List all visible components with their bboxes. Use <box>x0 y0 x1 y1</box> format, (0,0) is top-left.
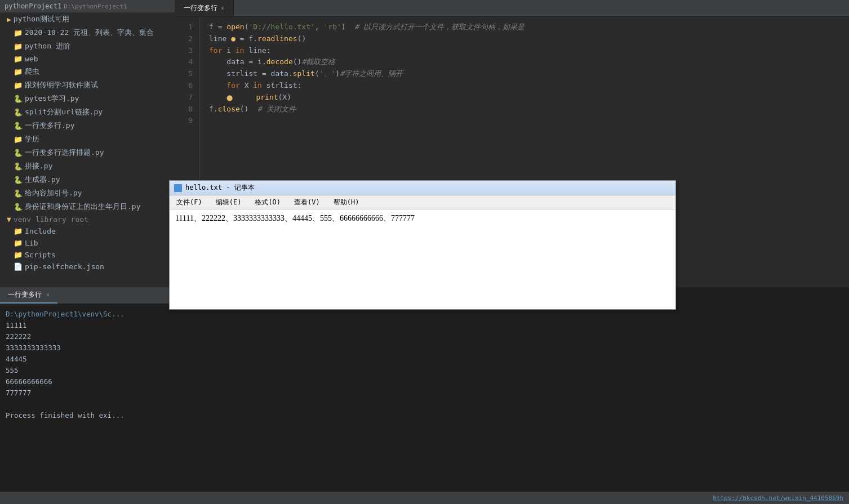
sidebar-item-python-advanced[interactable]: 📁 python 进阶 <box>0 39 175 53</box>
sidebar-item-pytest[interactable]: 🐍 pytest学习.py <box>0 92 175 105</box>
folder-icon: 📁 <box>14 135 23 144</box>
notepad-content: 11111、222222、3333333333333、44445、555、666… <box>175 214 415 222</box>
terminal-tab-close[interactable]: × <box>46 292 50 298</box>
terminal-line-2: 222222 <box>6 331 169 342</box>
notepad-body[interactable]: 11111、222222、3333333333333、44445、555、666… <box>170 210 675 309</box>
sidebar-item-label: Scripts <box>25 251 56 259</box>
folder-icon: 📁 <box>14 227 23 235</box>
notepad-menu-help[interactable]: 帮助(H) <box>331 197 362 208</box>
sidebar-item-label: Lib <box>25 239 38 247</box>
terminal-line-path: D:\pythonProject1\venv\Sc... <box>6 309 169 320</box>
notepad-window: hello.txt - 记事本 文件(F) 编辑(E) 格式(O) 查看(V) … <box>169 180 676 310</box>
folder-icon: 📁 <box>14 42 23 51</box>
notepad-menubar: 文件(F) 编辑(E) 格式(O) 查看(V) 帮助(H) <box>170 195 675 210</box>
status-right: https://bkcsdn.net/weixin_44105869h <box>713 494 843 502</box>
folder-icon: 📁 <box>14 239 23 247</box>
sidebar-item-label: 一行变多行选择排题.py <box>25 148 104 158</box>
sidebar-item-generator[interactable]: 🐍 生成器.py <box>0 173 175 186</box>
sidebar-header: pythonProject1 D:\pythonProject1 <box>0 0 175 12</box>
sidebar-item-label: 给内容加引号.py <box>25 188 82 198</box>
line-num: 8 <box>179 104 193 115</box>
line-num: 7 <box>179 92 193 104</box>
sidebar-item-label: web <box>25 55 38 63</box>
line-num: 3 <box>179 45 193 57</box>
sidebar-item-label: 学历 <box>25 134 39 144</box>
folder-icon: ▶ <box>7 15 11 24</box>
sidebar-item-idcard[interactable]: 🐍 身份证和身份证上的出生年月日.py <box>0 200 175 213</box>
terminal-panel: 一行变多行 × D:\pythonProject1\venv\Sc... 111… <box>0 287 175 504</box>
terminal-line-6: 66666666666 <box>6 376 169 387</box>
sidebar-item-label: python测试可用 <box>14 14 69 24</box>
terminal-tab[interactable]: 一行变多行 × <box>0 287 57 304</box>
terminal-line-blank <box>6 399 169 410</box>
line-num: 2 <box>179 33 193 45</box>
folder-icon: ▼ <box>7 215 11 224</box>
terminal-tab-label: 一行变多行 <box>8 290 42 300</box>
line-num: 1 <box>179 21 193 33</box>
tab-label: 一行变多行 <box>184 3 217 13</box>
notepad-title: hello.txt - 记事本 <box>185 183 255 193</box>
sidebar-item-edu[interactable]: 📁 学历 <box>0 132 175 146</box>
sidebar-item-label: 生成器.py <box>25 175 60 185</box>
sidebar-item-pip-json[interactable]: 📄 pip-selfcheck.json <box>0 261 175 273</box>
terminal-line-4: 44445 <box>6 354 169 365</box>
py-icon: 🐍 <box>14 108 23 117</box>
sidebar-item-include[interactable]: 📁 Include <box>0 225 175 237</box>
sidebar-item-spider[interactable]: 📁 爬虫 <box>0 65 175 78</box>
sidebar-item-label: pip-selfcheck.json <box>25 262 104 271</box>
line-num: 6 <box>179 80 193 92</box>
sidebar-item-quotes[interactable]: 🐍 给内容加引号.py <box>0 186 175 200</box>
tab-close-button[interactable]: × <box>221 5 224 11</box>
terminal-line-7: 777777 <box>6 387 169 399</box>
folder-icon: 📁 <box>14 81 23 90</box>
sidebar-item-scripts[interactable]: 📁 Scripts <box>0 249 175 261</box>
sidebar-item-label: 跟刘传明学习软件测试 <box>25 80 98 90</box>
editor-tab-bar: 一行变多行 × <box>175 0 849 17</box>
sidebar-item-label: python 进阶 <box>25 41 70 51</box>
folder-icon: 📁 <box>14 251 23 259</box>
sidebar-item-2020[interactable]: 📁 2020-10-22 元祖、列表、字典、集合 <box>0 26 175 39</box>
terminal-line-3: 3333333333333 <box>6 342 169 354</box>
editor-tab-multiline[interactable]: 一行变多行 × <box>175 0 234 16</box>
sidebar-item-choose[interactable]: 🐍 一行变多行选择排题.py <box>0 146 175 159</box>
terminal-line-5: 555 <box>6 365 169 376</box>
sidebar-item-liu[interactable]: 📁 跟刘传明学习软件测试 <box>0 78 175 92</box>
sidebar-item-label: 一行变多行.py <box>25 121 74 131</box>
folder-icon: 📁 <box>14 68 23 76</box>
sidebar-item-lib[interactable]: 📁 Lib <box>0 237 175 249</box>
sidebar-item-label: split分割url链接.py <box>25 107 103 117</box>
py-icon: 🐍 <box>14 149 23 157</box>
sidebar-item-label: 爬虫 <box>25 66 39 77</box>
line-num: 9 <box>179 115 193 127</box>
sidebar-item-label: pytest学习.py <box>25 93 79 104</box>
line-num: 4 <box>179 56 193 68</box>
sidebar-item-join[interactable]: 🐍 拼接.py <box>0 159 175 173</box>
terminal-content: D:\pythonProject1\venv\Sc... 11111 22222… <box>0 304 175 504</box>
sidebar: pythonProject1 D:\pythonProject1 ▶ pytho… <box>0 0 175 287</box>
sidebar-item-python-test[interactable]: ▶ python测试可用 <box>0 12 175 26</box>
sidebar-item-label: 2020-10-22 元祖、列表、字典、集合 <box>25 28 154 38</box>
project-name: pythonProject1 <box>5 2 61 10</box>
terminal-line-process: Process finished with exi... <box>6 410 169 421</box>
notepad-menu-edit[interactable]: 编辑(E) <box>214 197 244 208</box>
notepad-menu-format[interactable]: 格式(O) <box>252 197 283 208</box>
folder-icon: 📁 <box>14 55 23 63</box>
sidebar-item-split[interactable]: 🐍 split分割url链接.py <box>0 105 175 119</box>
sidebar-item-multiline[interactable]: 🐍 一行变多行.py <box>0 119 175 132</box>
notepad-menu-file[interactable]: 文件(F) <box>174 197 205 208</box>
notepad-app-icon <box>174 184 182 192</box>
line-num: 5 <box>179 68 193 80</box>
sidebar-item-web[interactable]: 📁 web <box>0 53 175 65</box>
py-icon: 🐍 <box>14 162 23 171</box>
sidebar-item-label: 身份证和身份证上的出生年月日.py <box>25 202 140 212</box>
sidebar-item-venv[interactable]: ▼ venv library root <box>0 213 175 225</box>
py-icon: 🐍 <box>14 176 23 184</box>
py-icon: 🐍 <box>14 203 23 211</box>
py-icon: 🐍 <box>14 189 23 198</box>
sidebar-item-label: 拼接.py <box>25 161 52 171</box>
notepad-menu-view[interactable]: 查看(V) <box>292 197 322 208</box>
status-link[interactable]: https://bkcsdn.net/weixin_44105869h <box>713 494 843 502</box>
sidebar-item-label: venv library root <box>14 215 88 224</box>
status-bar: https://bkcsdn.net/weixin_44105869h <box>0 492 849 504</box>
py-icon: 🐍 <box>14 95 23 103</box>
